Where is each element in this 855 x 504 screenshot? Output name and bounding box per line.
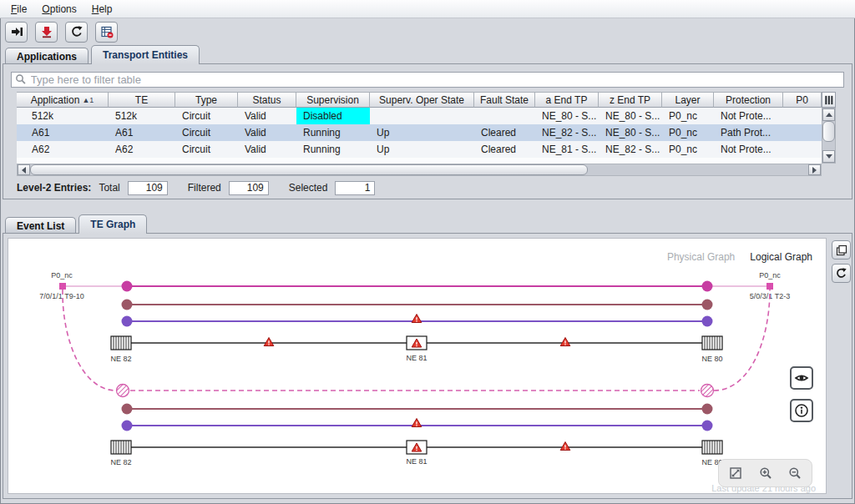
table-horizontal-scrollbar[interactable] [17, 164, 822, 176]
zoom-toolbar [718, 459, 812, 487]
cell-te: A62 [109, 141, 175, 158]
menu-help[interactable]: Help [84, 2, 120, 17]
info-button[interactable] [790, 399, 813, 422]
table-row[interactable]: 512k 512k Circuit Valid Disabled NE_80 -… [17, 108, 822, 124]
scroll-right-button[interactable] [808, 164, 821, 175]
tertiary-path-bottom [122, 419, 713, 431]
clear-table-button[interactable] [95, 22, 118, 43]
col-p0[interactable]: P0 [783, 92, 822, 108]
ne-label: NE 82 [110, 458, 131, 466]
tab-te-graph[interactable]: TE Graph [78, 214, 147, 234]
ne-node-top-middle[interactable]: NE 81 [406, 336, 427, 362]
left-endpoint-port-label: P0_nc [51, 271, 73, 280]
col-superv-oper-state[interactable]: Superv. Oper State [370, 92, 474, 108]
right-arrow-icon [812, 167, 817, 174]
col-protection[interactable]: Protection [714, 92, 783, 108]
connect-button[interactable] [5, 22, 28, 43]
refresh-graph-button[interactable] [832, 264, 851, 283]
ne-label: NE 81 [406, 457, 427, 466]
zoom-out-button[interactable] [787, 466, 802, 481]
col-layer[interactable]: Layer [662, 92, 714, 108]
graph-canvas-area[interactable]: Physical Graph Logical Graph [8, 238, 827, 494]
cell-protection: Path Prot... [714, 124, 783, 141]
cell-type: Circuit [175, 141, 238, 158]
eye-icon [794, 370, 809, 386]
refresh-icon [70, 25, 83, 38]
ne-icon [111, 336, 131, 350]
cell-a-end-tp: NE_82 - S... [535, 124, 599, 141]
menu-options[interactable]: Options [34, 2, 83, 17]
selected-label: Selected [289, 182, 328, 194]
filter-input[interactable] [31, 73, 840, 86]
vertical-scroll-thumb[interactable] [822, 121, 835, 142]
fit-to-screen-button[interactable] [728, 466, 743, 481]
cell-p0 [783, 124, 822, 141]
horizontal-scroll-thumb[interactable] [30, 164, 588, 175]
alarm-icon [560, 442, 570, 451]
visibility-button[interactable] [790, 366, 813, 390]
ne-node-bottom-middle[interactable]: NE 81 [406, 441, 427, 466]
ne-icon [702, 441, 722, 454]
cell-supervision: Disabled [296, 108, 370, 124]
menu-file[interactable]: File [3, 2, 34, 17]
scroll-down-button[interactable] [822, 150, 835, 163]
info-icon [794, 403, 809, 418]
alarm-icon [412, 419, 422, 427]
table-row[interactable]: A62 A62 Circuit Valid Running Up Cleared… [17, 141, 822, 158]
tab-applications[interactable]: Applications [5, 48, 89, 64]
tab-event-list[interactable]: Event List [5, 217, 76, 234]
table-row-selected[interactable]: A61 A61 Circuit Valid Running Up Cleared… [17, 124, 822, 141]
col-status[interactable]: Status [238, 92, 296, 108]
summary-title: Level-2 Entries: [17, 182, 91, 194]
menu-help-rest: elp [99, 3, 112, 15]
tab-transport-entities[interactable]: Transport Entities [91, 45, 200, 64]
tertiary-path-top [122, 315, 713, 327]
ne-node-bottom-left[interactable]: NE 82 [110, 441, 131, 466]
entries-summary-bar: Level-2 Entries: Total 109 Filtered 109 … [17, 180, 395, 195]
column-chooser-button[interactable] [822, 92, 836, 108]
secondary-path-top [122, 300, 713, 310]
menu-bar: File Options Help [0, 0, 855, 18]
filtered-label: Filtered [188, 182, 221, 194]
col-a-end-tp[interactable]: a End TP [535, 92, 599, 108]
col-type[interactable]: Type [175, 92, 238, 108]
scroll-track[interactable] [588, 164, 808, 175]
ne-node-top-left[interactable]: NE 82 [110, 336, 131, 363]
zoom-out-icon [788, 466, 802, 480]
scroll-left-button[interactable] [18, 164, 30, 175]
alarm-icon [264, 338, 274, 346]
refresh-button[interactable] [65, 22, 88, 43]
detach-view-button[interactable] [832, 240, 851, 260]
ne-node-top-right[interactable]: NE 80 [701, 336, 722, 363]
zoom-in-button[interactable] [758, 466, 773, 481]
app-window: File Options Help [0, 0, 855, 504]
ne-label: NE 81 [406, 354, 427, 362]
col-supervision[interactable]: Supervision [296, 92, 370, 108]
toolbar [0, 18, 855, 45]
te-graph-panel: Physical Graph Logical Graph [3, 233, 852, 499]
col-te[interactable]: TE [109, 92, 175, 108]
download-button[interactable] [35, 22, 58, 43]
up-arrow-icon [826, 113, 832, 117]
col-z-end-tp[interactable]: z End TP [599, 92, 662, 108]
cell-application: A61 [17, 124, 109, 141]
cell-z-end-tp: NE_80 - S... [599, 108, 662, 124]
bottom-tab-bar: Event List TE Graph [5, 214, 149, 234]
table-vertical-scrollbar[interactable] [822, 108, 836, 164]
cell-status: Valid [238, 124, 296, 141]
col-application[interactable]: Application▲1 [17, 92, 109, 108]
right-endpoint-icon [766, 283, 773, 290]
cell-layer: P0_nc [662, 141, 714, 158]
left-endpoint-icon [59, 283, 66, 290]
scroll-up-button[interactable] [822, 108, 835, 121]
cell-layer: P0_nc [662, 124, 714, 141]
table-clear-icon [100, 25, 114, 38]
cell-fault-state: Cleared [474, 141, 535, 158]
cell-p0 [783, 108, 822, 124]
col-fault-state[interactable]: Fault State [474, 92, 535, 108]
cell-z-end-tp: NE_82 - S... [599, 141, 662, 158]
cell-a-end-tp: NE_81 - S... [535, 141, 599, 158]
sort-indicator: ▲1 [82, 96, 94, 104]
ne-label: NE 80 [701, 355, 722, 363]
te-graph-canvas[interactable]: P0_nc 7/0/1/1 T9-10 P0_nc 5/0/3/1 T2-3 [8, 239, 827, 494]
